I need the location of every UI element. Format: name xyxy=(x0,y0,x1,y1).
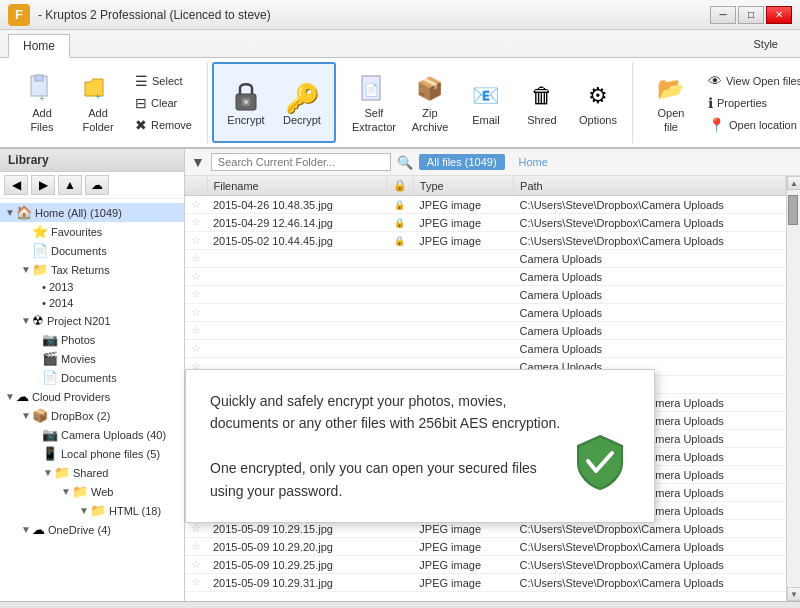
add-folder-button[interactable]: + AddFolder xyxy=(72,66,124,138)
path-cell: Camera Uploads xyxy=(514,340,786,358)
path-cell: C:\Users\Steve\Dropbox\Camera Uploads xyxy=(514,196,786,214)
table-row[interactable]: ☆ 2015-04-26 10.48.35.jpg 🔒 JPEG image C… xyxy=(185,196,786,214)
tree-item-photos[interactable]: 📷 Photos xyxy=(0,330,184,349)
clear-button[interactable]: ⊟ Clear xyxy=(128,92,199,114)
tree-expand-web: ▼ xyxy=(60,486,72,498)
maximize-button[interactable]: □ xyxy=(738,6,764,24)
table-row[interactable]: ☆ 2015-05-09 10.29.31.jpg JPEG image C:\… xyxy=(185,574,786,592)
self-extractor-button[interactable]: 📄 SelfExtractor xyxy=(348,66,400,138)
title-text: - Kruptos 2 Professional (Licenced to st… xyxy=(38,8,271,22)
sidebar-cloud-button[interactable]: ☁ xyxy=(85,175,109,195)
app-icon: F xyxy=(8,4,30,26)
add-files-button[interactable]: + AddFiles xyxy=(16,66,68,138)
tree-label-project: Project N201 xyxy=(47,315,111,327)
tree-item-home[interactable]: ▼ 🏠 Home (All) (1049) xyxy=(0,203,184,222)
tree-expand-html: ▼ xyxy=(78,505,90,517)
tooltip-overlay: Quickly and safely encrypt your photos, … xyxy=(185,369,655,523)
encrypt-button[interactable]: Encrypt xyxy=(220,74,272,131)
encrypt-decrypt-buttons: Encrypt 🔑 Decrypt xyxy=(220,66,328,139)
add-remove-buttons: + AddFiles + AddFolder xyxy=(16,64,199,141)
table-row[interactable]: ☆ Camera Uploads xyxy=(185,340,786,358)
tree-item-tax[interactable]: ▼ 📁 Tax Returns xyxy=(0,260,184,279)
tree-icon-camera: 📷 xyxy=(42,427,58,442)
tree-label-docs: Documents xyxy=(51,245,107,257)
table-row[interactable]: ☆ Camera Uploads xyxy=(185,304,786,322)
vertical-scrollbar[interactable]: ▲ ▼ xyxy=(786,176,800,601)
scroll-track[interactable] xyxy=(787,190,800,587)
table-row[interactable]: ☆ Camera Uploads xyxy=(185,250,786,268)
sidebar-forward-button[interactable]: ▶ xyxy=(31,175,55,195)
tree-item-html[interactable]: ▼ 📁 HTML (18) xyxy=(0,501,184,520)
lock-cell xyxy=(386,304,413,322)
add-folder-icon: + xyxy=(80,71,116,107)
decrypt-icon: 🔑 xyxy=(284,78,320,114)
tree-item-favourites[interactable]: ⭐ Favourites xyxy=(0,222,184,241)
open-location-button[interactable]: 📍 Open location xyxy=(701,114,800,136)
table-row[interactable]: ☆ 2015-04-29 12.46.14.jpg 🔒 JPEG image C… xyxy=(185,214,786,232)
open-file-button[interactable]: 📂 Openfile xyxy=(645,66,697,138)
tree-expand-tax: ▼ xyxy=(20,264,32,276)
type-cell: JPEG image xyxy=(413,214,513,232)
options-button[interactable]: ⚙ Options xyxy=(572,73,624,132)
table-row[interactable]: ☆ 2015-05-02 10.44.45.jpg 🔒 JPEG image C… xyxy=(185,232,786,250)
zip-archive-button[interactable]: 📦 ZipArchive xyxy=(404,66,456,138)
scroll-thumb[interactable] xyxy=(788,195,798,225)
open-file-buttons: 📂 Openfile 👁 View Open files ℹ Propertie… xyxy=(645,64,800,141)
shred-button[interactable]: 🗑 Shred xyxy=(516,73,568,132)
shred-label: Shred xyxy=(527,114,556,127)
table-row[interactable]: ☆ Camera Uploads xyxy=(185,268,786,286)
properties-button[interactable]: ℹ Properties xyxy=(701,92,800,114)
tab-home[interactable]: Home xyxy=(8,34,70,58)
tree-item-shared[interactable]: ▼ 📁 Shared xyxy=(0,463,184,482)
lock-cell xyxy=(386,340,413,358)
close-button[interactable]: ✕ xyxy=(766,6,792,24)
home-tab-link[interactable]: Home xyxy=(519,156,548,168)
zip-archive-label: ZipArchive xyxy=(412,107,449,133)
tree-item-cloud[interactable]: ▼ ☁ Cloud Providers xyxy=(0,387,184,406)
view-open-files-button[interactable]: 👁 View Open files xyxy=(701,70,800,92)
table-row[interactable]: ☆ Camera Uploads xyxy=(185,322,786,340)
tree-icon-html: 📁 xyxy=(90,503,106,518)
scroll-down-button[interactable]: ▼ xyxy=(787,587,800,601)
search-icon: 🔍 xyxy=(397,155,413,170)
self-extractor-label: SelfExtractor xyxy=(352,107,396,133)
table-row[interactable]: ☆ Camera Uploads xyxy=(185,286,786,304)
select-button[interactable]: ☰ Select xyxy=(128,70,199,92)
star-cell: ☆ xyxy=(185,196,207,214)
tree-item-phone[interactable]: 📱 Local phone files (5) xyxy=(0,444,184,463)
tooltip-line2: documents or any other files with 256bit… xyxy=(210,415,560,431)
sidebar-back-button[interactable]: ◀ xyxy=(4,175,28,195)
tree-expand-fav xyxy=(20,226,32,238)
decrypt-button[interactable]: 🔑 Decrypt xyxy=(276,74,328,131)
minimize-button[interactable]: ─ xyxy=(710,6,736,24)
email-label: Email xyxy=(472,114,500,127)
type-cell xyxy=(413,286,513,304)
table-row[interactable]: ☆ 2015-05-09 10.29.20.jpg JPEG image C:\… xyxy=(185,538,786,556)
svg-text:+: + xyxy=(95,91,101,102)
email-button[interactable]: 📧 Email xyxy=(460,73,512,132)
sidebar-up-button[interactable]: ▲ xyxy=(58,175,82,195)
tree-item-project[interactable]: ▼ ☢ Project N201 xyxy=(0,311,184,330)
tree-item-camera[interactable]: 📷 Camera Uploads (40) xyxy=(0,425,184,444)
tree-item-web[interactable]: ▼ 📁 Web xyxy=(0,482,184,501)
encrypt-label: Encrypt xyxy=(227,114,264,127)
tree-item-movies[interactable]: 🎬 Movies xyxy=(0,349,184,368)
title-bar: F - Kruptos 2 Professional (Licenced to … xyxy=(0,0,800,30)
sidebar-header: Library xyxy=(0,149,184,172)
ribbon-group-tools: 📄 SelfExtractor 📦 ZipArchive 📧 Email 🗑 S… xyxy=(340,62,633,143)
scroll-up-button[interactable]: ▲ xyxy=(787,176,800,190)
tree-item-2014[interactable]: • 2014 xyxy=(0,295,184,311)
content-toolbar: ▼ 🔍 All files (1049) Home xyxy=(185,149,800,176)
remove-button[interactable]: ✖ Remove xyxy=(128,114,199,136)
tree-item-2013[interactable]: • 2013 xyxy=(0,279,184,295)
type-cell xyxy=(413,250,513,268)
tree-item-proj-docs[interactable]: 📄 Documents xyxy=(0,368,184,387)
ribbon-group-open-file: 📂 Openfile 👁 View Open files ℹ Propertie… xyxy=(637,62,800,143)
style-button[interactable]: Style xyxy=(740,34,792,57)
tree-label-home: Home (All) (1049) xyxy=(35,207,122,219)
tree-item-onedrive[interactable]: ▼ ☁ OneDrive (4) xyxy=(0,520,184,539)
search-input[interactable] xyxy=(211,153,391,171)
tree-item-documents[interactable]: 📄 Documents xyxy=(0,241,184,260)
tree-item-dropbox[interactable]: ▼ 📦 DropBox (2) xyxy=(0,406,184,425)
table-row[interactable]: ☆ 2015-05-09 10.29.25.jpg JPEG image C:\… xyxy=(185,556,786,574)
